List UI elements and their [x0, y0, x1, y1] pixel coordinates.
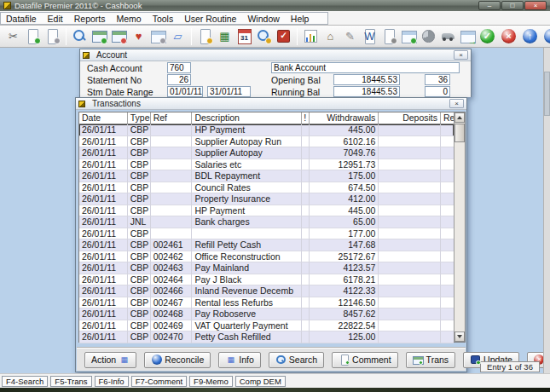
- toolbar-button-home[interactable]: ⌂: [321, 26, 340, 46]
- menu-item-window[interactable]: Window: [247, 14, 279, 24]
- column-header-description[interactable]: Description: [192, 112, 301, 124]
- account-title-bar[interactable]: Account ×: [80, 49, 471, 61]
- running-bal-count-field[interactable]: 0: [425, 86, 450, 97]
- status-tab-comp-dem[interactable]: Comp DEM: [235, 376, 286, 387]
- opening-bal-count-field[interactable]: 36: [425, 74, 450, 85]
- column-header-date[interactable]: Date: [79, 112, 128, 124]
- toolbar-button-eraser[interactable]: ▱: [168, 26, 188, 46]
- scroll-down-button[interactable]: [454, 331, 465, 342]
- menu-item-memo[interactable]: Memo: [116, 14, 141, 24]
- toolbar-button-tasks[interactable]: ✓: [274, 26, 293, 46]
- toolbar-button-add-window[interactable]: [399, 26, 419, 46]
- transactions-close-button[interactable]: ×: [449, 99, 464, 108]
- transaction-row[interactable]: 26/01/11CBPHP Payment445.00: [79, 205, 454, 217]
- toolbar-button-export[interactable]: →: [458, 26, 478, 46]
- running-bal-field[interactable]: 18445.53: [333, 86, 400, 97]
- cell-ref: 002463: [151, 262, 193, 274]
- menu-item-reports[interactable]: Reports: [74, 14, 106, 24]
- transaction-row[interactable]: 26/01/11CBP002466Inland Revenue Decemb41…: [79, 285, 454, 297]
- maximize-button[interactable]: □: [501, 1, 524, 10]
- status-tab-f7-comment[interactable]: F7-Comment: [131, 376, 187, 387]
- menu-item-tools[interactable]: Tools: [153, 14, 174, 24]
- transaction-row[interactable]: 26/01/11CBP002469VAT Quarterly Payment22…: [79, 320, 454, 332]
- add-window-icon: [401, 28, 417, 44]
- toolbar-button-find[interactable]: [70, 26, 90, 46]
- bank-account-field[interactable]: Bank Account: [271, 62, 460, 73]
- toolbar-button-scroll-down[interactable]: ↓: [541, 26, 550, 46]
- menu-item-edit[interactable]: Edit: [48, 14, 63, 24]
- toolbar-button-pie-chart[interactable]: [419, 26, 438, 46]
- toolbar-button-paste-info[interactable]: [43, 26, 62, 46]
- transaction-row[interactable]: 26/01/11CBPHP Payment445.00: [79, 124, 454, 136]
- cash-account-field[interactable]: 760: [167, 62, 191, 73]
- menu-item-help[interactable]: Help: [291, 14, 310, 24]
- transaction-row[interactable]: 26/01/11CBPSupplier Autopay7049.76: [79, 147, 454, 159]
- column-header-rec[interactable]: Rec: [441, 112, 454, 124]
- column-header-flag[interactable]: !: [302, 112, 310, 124]
- toolbar-button-word-document[interactable]: W: [360, 26, 379, 46]
- menu-item-datafile[interactable]: Datafile: [6, 14, 37, 24]
- toolbar-button-remove-record[interactable]: [109, 26, 129, 46]
- toolbar-button-calendar[interactable]: 31: [234, 26, 254, 46]
- search-button[interactable]: Search: [269, 352, 324, 368]
- toolbar-button-scroll-up[interactable]: ↑: [520, 26, 540, 46]
- column-header-type[interactable]: Type: [128, 112, 151, 124]
- toolbar-button-copy-add[interactable]: [23, 26, 43, 46]
- status-tab-f4-search[interactable]: F4-Search: [2, 376, 48, 387]
- status-tab-f6-info[interactable]: F6-Info: [95, 376, 129, 387]
- transaction-row[interactable]: 26/01/11CBP002470Petty Cash Refilled125.…: [79, 331, 454, 343]
- menu-item-user-routine[interactable]: User Routine: [184, 14, 236, 24]
- toolbar-button-calculator[interactable]: ▦: [215, 26, 234, 46]
- toolbar-button-window-info[interactable]: [148, 26, 168, 46]
- transaction-row[interactable]: 26/01/11CBPSupplier Autopay Run6102.16: [79, 136, 454, 148]
- transaction-row[interactable]: 26/01/11CBP002464Pay J Black6178.21: [79, 274, 454, 286]
- toolbar-button-image[interactable]: [379, 26, 399, 46]
- toolbar-button-car[interactable]: [438, 26, 458, 46]
- transaction-row[interactable]: 26/01/11JNLBank charges65.00: [79, 216, 454, 228]
- paste-info-icon: [44, 28, 61, 44]
- toolbar-button-add-record[interactable]: [90, 26, 109, 46]
- transaction-row[interactable]: 26/01/11CBP002467Rental less Refurbs1214…: [79, 297, 454, 309]
- transaction-row[interactable]: 26/01/11CBP002463Pay Mainland4123.57: [79, 262, 454, 274]
- transaction-row[interactable]: 26/01/11CBP177.00: [79, 228, 454, 240]
- column-header-ref[interactable]: Ref: [151, 112, 193, 124]
- transaction-row[interactable]: 26/01/11CBP002461Refill Petty Cash147.68: [79, 239, 454, 251]
- status-tab-f9-memo[interactable]: F9-Memo: [189, 376, 233, 387]
- action-button[interactable]: Action▦: [84, 352, 136, 368]
- minimize-button[interactable]: –: [478, 1, 501, 10]
- scroll-up-button[interactable]: [454, 112, 465, 123]
- transaction-row[interactable]: 26/01/11CBPProperty Insurance412.00: [79, 193, 454, 205]
- trans-button[interactable]: Trans: [406, 352, 455, 368]
- toolbar-button-sign[interactable]: ✎: [340, 26, 360, 46]
- statement-no-field[interactable]: 26: [167, 74, 191, 85]
- toolbar-button-chart[interactable]: [301, 26, 321, 46]
- table-scrollbar[interactable]: [454, 112, 465, 342]
- mdi-scrollbar[interactable]: [543, 48, 550, 373]
- opening-bal-field[interactable]: 18445.53: [333, 74, 400, 85]
- info-button[interactable]: ▦Info: [218, 352, 261, 368]
- toolbar-button-cut[interactable]: ✂: [3, 26, 23, 46]
- scrollbar-thumb[interactable]: [454, 124, 465, 142]
- transaction-row[interactable]: 26/01/11CBPCouncil Rates674.50: [79, 182, 454, 194]
- toolbar-button-search-records[interactable]: [254, 26, 274, 46]
- toolbar-button-document-lock[interactable]: [195, 26, 215, 46]
- transaction-row[interactable]: 26/01/11CBP002468Pay Roboserve8457.62: [79, 308, 454, 320]
- cell-date: 26/01/11: [79, 251, 128, 263]
- transactions-title-bar[interactable]: Transactions ×: [76, 98, 466, 110]
- toolbar-button-confirm[interactable]: ✓: [478, 26, 497, 46]
- toolbar-button-cancel[interactable]: ×: [499, 26, 518, 46]
- date-to-field[interactable]: 31/01/11: [207, 86, 251, 97]
- reconcile-button[interactable]: Reconcile: [144, 352, 211, 368]
- transaction-row[interactable]: 26/01/11CBPBDL Repayment175.00: [79, 170, 454, 182]
- date-from-field[interactable]: 01/01/11: [167, 86, 203, 97]
- close-button[interactable]: ×: [524, 1, 547, 10]
- column-header-withdrawals[interactable]: Withdrawals: [310, 112, 379, 124]
- toolbar-button-delete-flame[interactable]: ♥: [129, 26, 148, 46]
- transaction-row[interactable]: 26/01/11CBPSalaries etc12951.73: [79, 159, 454, 171]
- column-header-deposits[interactable]: Deposits: [379, 112, 441, 124]
- status-tab-f5-trans[interactable]: F5-Trans: [50, 376, 91, 387]
- comment-button[interactable]: Comment: [332, 352, 398, 368]
- mdi-scrollbar-thumb[interactable]: [544, 72, 550, 116]
- account-close-button[interactable]: ×: [454, 50, 468, 60]
- transaction-row[interactable]: 26/01/11CBP002462Office Reconstruction25…: [79, 251, 454, 263]
